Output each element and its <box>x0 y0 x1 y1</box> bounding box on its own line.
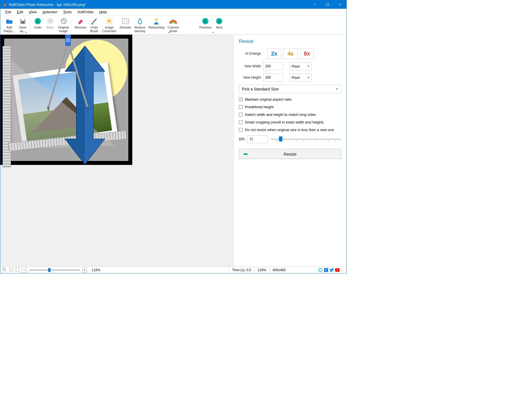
chevron-down-icon: ▼ <box>336 88 338 90</box>
resize-grip-icon[interactable]: ⋰ <box>342 268 345 271</box>
svg-point-8 <box>47 18 53 24</box>
dpi-label: DPI <box>239 137 245 141</box>
chevron-down-icon: ▼ <box>307 76 310 79</box>
resize-button[interactable]: ➡ Resize <box>239 149 341 159</box>
menu-tools[interactable]: Tools <box>60 9 74 15</box>
menu-file[interactable]: File <box>3 9 14 15</box>
fit-screen-icon[interactable] <box>9 267 13 273</box>
history-icon <box>60 17 67 25</box>
original-image-button[interactable]: Original Image <box>56 17 71 33</box>
predefined-height-checkbox[interactable] <box>239 105 243 109</box>
menu-edit[interactable]: Edit <box>14 9 26 15</box>
svg-rect-5 <box>21 19 25 21</box>
svg-line-17 <box>111 23 112 24</box>
droplet-icon <box>136 17 144 25</box>
undo-brush-button[interactable]: Undo Brush <box>88 17 100 33</box>
zoom-slider[interactable] <box>29 269 80 271</box>
minimize-button[interactable] <box>308 0 321 9</box>
redo-icon <box>46 17 54 25</box>
svg-point-37 <box>319 268 322 272</box>
maintain-aspect-label: Maintain original aspect ratio <box>245 97 291 101</box>
svg-rect-36 <box>9 268 13 271</box>
no-resize-label: Do not resize when original size is less… <box>245 128 334 132</box>
switch-wh-checkbox[interactable] <box>239 113 243 116</box>
enlarge-4x-button[interactable]: 4x <box>283 48 298 59</box>
next-icon <box>215 17 223 25</box>
svg-text:i: i <box>320 269 320 272</box>
brush-icon <box>90 17 98 25</box>
twitter-icon[interactable] <box>329 268 334 272</box>
standard-size-select[interactable]: Pick a Standard Size ▼ <box>239 85 341 93</box>
previous-button[interactable]: Previous <box>198 17 213 30</box>
overflow-icon[interactable]: ▾ <box>168 31 170 34</box>
status-time: Time (s): 0.0 <box>229 268 254 272</box>
chevron-down-icon: ▼ <box>307 65 310 68</box>
youtube-icon[interactable] <box>335 268 340 272</box>
undo-icon <box>34 17 42 25</box>
maximize-button[interactable] <box>321 0 334 9</box>
previous-icon <box>201 17 209 25</box>
svg-marker-32 <box>87 107 89 112</box>
retouching-button[interactable]: Retouching <box>147 17 166 30</box>
new-width-input[interactable] <box>263 62 283 70</box>
new-height-input[interactable] <box>263 74 283 81</box>
menu-softorbits[interactable]: SoftOrbits <box>74 9 96 15</box>
zoom-in-button[interactable]: + <box>82 268 87 273</box>
svg-line-29 <box>48 46 67 108</box>
overflow-icon[interactable]: ▾ <box>212 31 214 34</box>
predefined-height-label: Predefined height <box>245 105 274 109</box>
dpi-slider[interactable] <box>271 136 341 143</box>
svg-rect-1 <box>326 3 329 6</box>
menu-view[interactable]: View <box>26 9 39 15</box>
save-icon <box>19 17 27 25</box>
reduce-blurring-button[interactable]: Reduce blurring <box>133 17 147 33</box>
no-resize-checkbox[interactable] <box>239 128 243 132</box>
folder-open-icon <box>5 17 13 25</box>
svg-point-24 <box>155 18 158 21</box>
status-bar-left: 1 − + 118% <box>0 266 227 273</box>
facebook-icon[interactable]: f <box>324 268 328 272</box>
add-files-button[interactable]: Add File(s)... <box>2 17 17 33</box>
person-icon <box>152 17 160 25</box>
redo-button[interactable]: Redo <box>44 17 56 30</box>
menu-selection[interactable]: Selection <box>39 9 60 15</box>
next-button[interactable]: Next <box>213 17 225 30</box>
svg-point-28 <box>66 38 70 43</box>
dpi-input[interactable] <box>247 135 268 143</box>
expand-icon[interactable] <box>16 268 19 272</box>
window-title: SoftOrbits Photo Retoucher - bpr 200x200… <box>9 3 308 7</box>
toolbar: Add File(s)... Save as... ▾ Undo Redo Or… <box>0 16 346 35</box>
overflow-icon[interactable]: ▾ <box>25 31 27 34</box>
width-unit-select[interactable]: Pixel▼ <box>290 62 312 70</box>
zoom-out-button[interactable]: − <box>22 268 27 273</box>
smart-cropping-checkbox[interactable] <box>239 120 243 124</box>
info-icon[interactable]: i <box>318 268 323 272</box>
svg-point-11 <box>108 20 111 23</box>
undo-button[interactable]: Undo <box>32 17 44 30</box>
denoise-button[interactable]: Denoise <box>118 17 133 30</box>
smart-cropping-label: Smart cropping (result in exact width an… <box>245 120 324 124</box>
svg-point-25 <box>202 18 208 24</box>
rainbow-icon <box>169 17 177 25</box>
zoom-reset-icon[interactable]: 1 <box>2 267 6 273</box>
status-bar-right: Time (s): 0.0 118% 400x400 i f ⋰ <box>227 266 346 273</box>
remove-button[interactable]: Remove <box>73 17 88 30</box>
svg-text:1: 1 <box>3 268 5 270</box>
ai-enlarge-label: AI Enlarge <box>239 52 261 56</box>
menu-help[interactable]: Help <box>96 9 110 15</box>
new-width-label: New Width <box>239 64 261 68</box>
canvas-area[interactable] <box>0 35 234 266</box>
svg-point-26 <box>216 18 222 24</box>
close-button[interactable] <box>334 0 346 9</box>
resize-panel: Resize AI Enlarge 2x 4x 8x New Width Pix… <box>234 35 346 266</box>
enlarge-2x-button[interactable]: 2x <box>267 48 281 59</box>
svg-line-34 <box>5 270 6 271</box>
maintain-aspect-checkbox[interactable] <box>239 98 243 101</box>
menubar: File Edit View Selection Tools SoftOrbit… <box>0 9 346 16</box>
image-correction-button[interactable]: Image Correction <box>100 17 118 33</box>
enlarge-8x-button[interactable]: 8x <box>300 48 314 59</box>
app-icon <box>3 2 7 7</box>
new-height-label: New Height <box>239 76 261 79</box>
height-unit-select[interactable]: Pixel▼ <box>290 74 312 81</box>
status-zoom: 118% <box>254 268 269 272</box>
